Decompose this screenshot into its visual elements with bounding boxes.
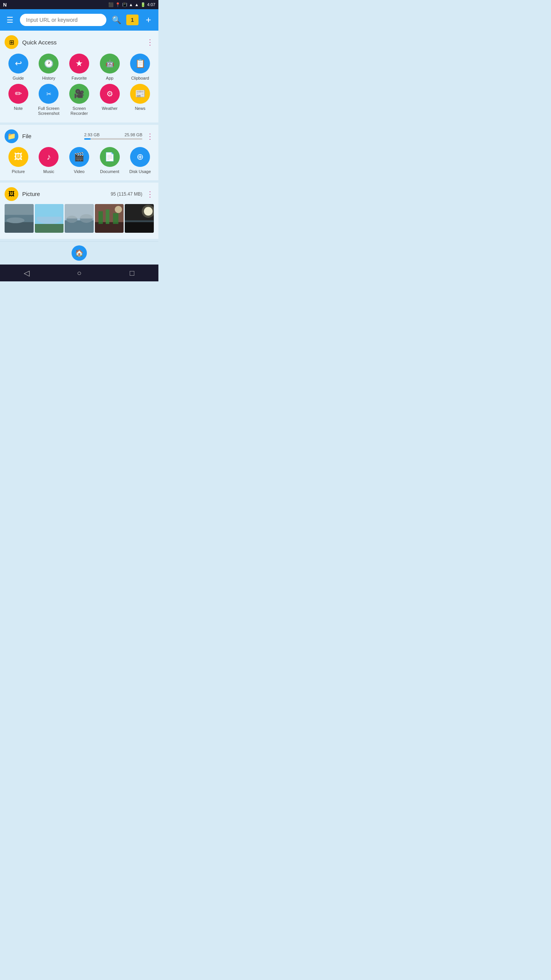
photo-thumbnail-2[interactable]	[35, 204, 64, 233]
recent-apps-button[interactable]: □	[121, 265, 143, 281]
svg-rect-5	[35, 224, 64, 233]
status-bar: N ⬛ 📍 📳 ▲ ▲ 🔋 4:07	[0, 0, 158, 9]
svg-rect-17	[113, 213, 118, 224]
wifi-icon: ▲	[129, 2, 133, 7]
quick-access-item-favorite[interactable]: ★ Favorite	[65, 54, 93, 81]
video-label: Video	[74, 169, 85, 174]
photo-2-svg	[35, 204, 64, 233]
app-logo: N	[3, 2, 7, 8]
picture-count: 95 (115.47 MB)	[84, 191, 142, 197]
battery-icon: 🔋	[140, 2, 146, 7]
recorder-icon: 🎥	[69, 84, 89, 104]
picture-file-icon: 🖼	[8, 147, 28, 167]
quick-access-title: Quick Access	[22, 39, 142, 46]
add-tab-button[interactable]: +	[142, 13, 155, 27]
picture-header: 🖼 Picture 95 (115.47 MB) ⋮	[0, 183, 158, 204]
file-item-document[interactable]: 📄 Document	[96, 147, 124, 174]
photo-thumbnail-4[interactable]	[95, 204, 124, 233]
photo-thumbnail-5[interactable]	[125, 204, 154, 233]
status-left: N	[3, 2, 7, 8]
file-item-diskusage[interactable]: ⊕ Disk Usage	[126, 147, 154, 174]
header-bar: ☰ 🔍 1 +	[0, 9, 158, 31]
quick-access-grid: ↩ Guide 🕐 History ★ Favorite 🤖 App 📋 Cli…	[0, 52, 158, 122]
music-label: Music	[43, 169, 54, 174]
svg-point-2	[7, 217, 24, 223]
svg-rect-15	[98, 211, 103, 224]
file-header: 📁 File 2.93 GB 25.98 GB ⋮	[0, 125, 158, 145]
quick-access-header: ⊞ Quick Access ⋮	[0, 31, 158, 52]
home-button[interactable]: 🏠	[72, 245, 87, 261]
picture-section-icon: 🖼	[5, 187, 18, 201]
clipboard-label: Clipboard	[131, 76, 149, 81]
picture-section: 🖼 Picture 95 (115.47 MB) ⋮	[0, 183, 158, 239]
fullscreen-icon: ✂	[39, 84, 59, 104]
picture-more-button[interactable]: ⋮	[146, 189, 154, 199]
file-item-music[interactable]: ♪ Music	[35, 147, 63, 174]
news-icon: 📰	[130, 84, 150, 104]
recorder-label: Screen Recorder	[65, 106, 93, 116]
photo-4-svg	[95, 204, 124, 233]
quick-access-item-fullscreen[interactable]: ✂ Full Screen Screenshot	[35, 84, 63, 116]
quick-access-more-button[interactable]: ⋮	[146, 38, 154, 47]
quick-access-item-history[interactable]: 🕐 History	[35, 54, 63, 81]
photo-grid	[0, 204, 158, 239]
home-nav-button[interactable]: ○	[68, 265, 91, 281]
app-label: App	[106, 76, 114, 81]
quick-access-item-weather[interactable]: ⚙ Weather	[96, 84, 124, 116]
file-grid: 🖼 Picture ♪ Music 🎬 Video 📄 Document ⊕ D…	[0, 145, 158, 180]
photo-thumbnail-3[interactable]	[65, 204, 94, 233]
svg-rect-23	[125, 220, 154, 222]
svg-rect-7	[35, 204, 64, 217]
quick-access-icon: ⊞	[5, 35, 18, 49]
picture-file-label: Picture	[12, 169, 25, 174]
photo-1-svg	[5, 204, 34, 233]
back-button[interactable]: ◁	[15, 265, 38, 281]
svg-rect-1	[5, 222, 34, 233]
total-storage-label: 25.98 GB	[125, 132, 142, 137]
picture-section-title: Picture	[22, 191, 80, 197]
music-icon: ♪	[39, 147, 59, 167]
tab-count-button[interactable]: 1	[126, 15, 139, 25]
file-more-button[interactable]: ⋮	[146, 132, 154, 141]
file-section: 📁 File 2.93 GB 25.98 GB ⋮ 🖼 Picture ♪ Mu…	[0, 125, 158, 180]
svg-rect-16	[106, 209, 109, 224]
file-section-icon: 📁	[5, 129, 18, 143]
document-label: Document	[100, 169, 119, 174]
status-right: ⬛ 📍 📳 ▲ ▲ 🔋 4:07	[108, 2, 155, 7]
photo-5-svg	[125, 204, 154, 233]
document-icon: 📄	[100, 147, 120, 167]
storage-bar-fill	[84, 138, 91, 140]
svg-rect-3	[5, 204, 34, 215]
note-label: Note	[14, 106, 23, 111]
search-input[interactable]	[20, 14, 106, 26]
quick-access-item-news[interactable]: 📰 News	[126, 84, 154, 116]
history-icon: 🕐	[39, 54, 59, 74]
diskusage-label: Disk Usage	[129, 169, 151, 174]
note-icon: ✏	[8, 84, 28, 104]
diskusage-icon: ⊕	[130, 147, 150, 167]
video-icon: 🎬	[69, 147, 89, 167]
photo-thumbnail-1[interactable]	[5, 204, 34, 233]
menu-button[interactable]: ☰	[3, 13, 17, 27]
guide-icon: ↩	[8, 54, 28, 74]
time-display: 4:07	[147, 2, 155, 7]
quick-access-item-guide[interactable]: ↩ Guide	[5, 54, 32, 81]
navigation-bar: ◁ ○ □	[0, 265, 158, 281]
svg-rect-20	[125, 222, 154, 233]
used-storage-label: 2.93 GB	[84, 132, 99, 137]
storage-labels: 2.93 GB 25.98 GB	[84, 132, 142, 137]
quick-access-item-recorder[interactable]: 🎥 Screen Recorder	[65, 84, 93, 116]
favorite-icon: ★	[69, 54, 89, 74]
quick-access-item-clipboard[interactable]: 📋 Clipboard	[126, 54, 154, 81]
search-button[interactable]: 🔍	[109, 13, 123, 27]
file-section-title: File	[22, 133, 80, 139]
quick-access-item-app[interactable]: 🤖 App	[96, 54, 124, 81]
file-item-picture[interactable]: 🖼 Picture	[5, 147, 32, 174]
home-bar: 🏠	[0, 241, 158, 265]
app-icon: 🤖	[100, 54, 120, 74]
fullscreen-label: Full Screen Screenshot	[35, 106, 63, 116]
file-item-video[interactable]: 🎬 Video	[65, 147, 93, 174]
quick-access-item-note[interactable]: ✏ Note	[5, 84, 32, 116]
file-storage-info: 2.93 GB 25.98 GB	[84, 132, 142, 140]
location-icon: 📍	[115, 2, 121, 7]
